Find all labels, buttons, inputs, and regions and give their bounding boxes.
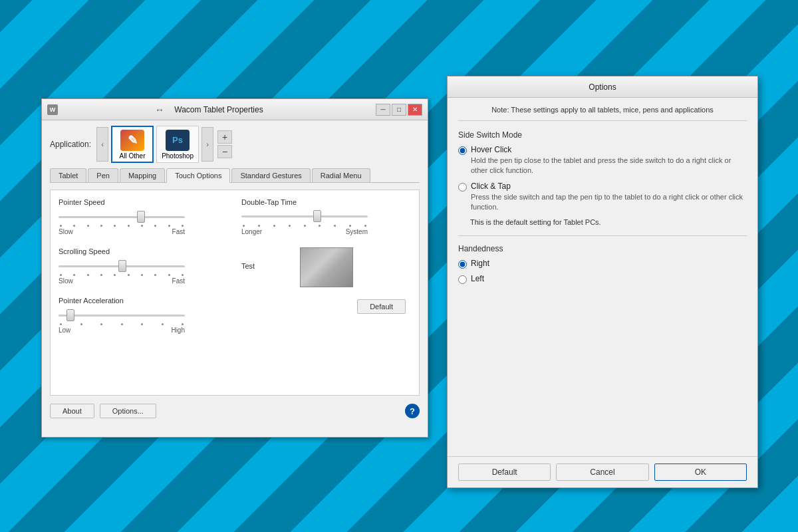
dot [258, 225, 260, 227]
dot [289, 225, 291, 227]
tab-radial-menu[interactable]: Radial Menu [312, 168, 370, 182]
double-tap-slider-container[interactable] [241, 210, 411, 223]
click-tap-row: Click & Tap Press the side switch and ta… [458, 182, 747, 213]
pointer-speed-track [59, 216, 185, 218]
pointer-acceleration-slider-container[interactable] [59, 309, 228, 322]
scrolling-speed-thumb[interactable] [118, 260, 126, 272]
side-switch-title: Side Switch Mode [458, 130, 747, 140]
pointer-speed-min: Slow [59, 228, 73, 235]
dot [273, 225, 275, 227]
left-hand-radio[interactable] [458, 275, 467, 284]
dot [60, 274, 62, 276]
options-ok-button[interactable]: OK [654, 464, 747, 481]
app-remove-button[interactable]: − [217, 145, 232, 158]
app-prev-button[interactable]: ‹ [96, 127, 108, 162]
app-photoshop-label: Photoshop [162, 152, 194, 160]
double-tap-track [241, 215, 368, 217]
double-tap-min: Longer [241, 228, 262, 235]
dot [334, 225, 336, 227]
dot [182, 225, 184, 227]
window-controls: ─ □ ✕ [376, 104, 422, 116]
pointer-acceleration-dots [59, 323, 185, 325]
dot [100, 225, 102, 227]
pointer-speed-slider-container[interactable] [59, 210, 228, 223]
dot [349, 225, 351, 227]
double-tap-minmax: Longer System [241, 228, 368, 235]
options-button[interactable]: Options... [100, 404, 156, 418]
dot [182, 274, 184, 276]
default-setting-note: This is the default setting for Tablet P… [470, 218, 747, 226]
options-default-button[interactable]: Default [458, 464, 551, 481]
click-tap-content: Click & Tap Press the side switch and ta… [471, 182, 747, 213]
dot [128, 225, 130, 227]
dot [168, 274, 170, 276]
section-divider [458, 235, 747, 236]
app-photoshop-item[interactable]: Ps Photoshop [156, 126, 199, 163]
test-area[interactable] [300, 247, 353, 287]
dot [80, 323, 82, 325]
options-dialog: Options Note: These settings apply to al… [447, 76, 758, 488]
hover-click-label: Hover Click [471, 145, 747, 154]
pointer-acceleration-max: High [171, 327, 185, 334]
click-tap-label: Click & Tap [471, 182, 747, 191]
all-other-icon: ✎ [120, 130, 144, 151]
app-next-button[interactable]: › [201, 127, 213, 162]
dot [87, 225, 89, 227]
tab-touch-options[interactable]: Touch Options [166, 168, 230, 183]
scrolling-speed-min: Slow [59, 277, 73, 285]
app-all-other-label: All Other [120, 152, 146, 160]
dot [114, 225, 116, 227]
minimize-button[interactable]: ─ [376, 104, 390, 116]
dot [114, 274, 116, 276]
options-note: Note: These settings apply to all tablet… [458, 106, 747, 121]
content-area: Pointer Speed [50, 190, 420, 396]
tab-tablet[interactable]: Tablet [50, 168, 86, 182]
side-switch-section: Side Switch Mode Hover Click Hold the pe… [458, 130, 747, 226]
test-row: Test [241, 245, 411, 287]
pointer-speed-dots [59, 225, 185, 227]
scrolling-speed-dots [59, 274, 185, 276]
right-hand-radio[interactable] [458, 260, 467, 269]
tab-mapping[interactable]: Mapping [120, 168, 165, 182]
dot [128, 274, 130, 276]
title-arrows-icon: ↔ [155, 104, 164, 115]
app-all-other-item[interactable]: ✎ All Other [111, 126, 154, 163]
options-footer: Default Cancel OK [448, 456, 757, 487]
app-add-button[interactable]: + [217, 130, 232, 144]
close-button[interactable]: ✕ [408, 104, 422, 116]
dot [162, 323, 164, 325]
bottom-row: About Options... ? [50, 404, 420, 418]
options-cancel-button[interactable]: Cancel [556, 464, 648, 481]
scrolling-speed-max: Fast [172, 277, 185, 285]
application-label: Application: [50, 140, 91, 149]
app-side-buttons: + − [217, 130, 232, 158]
dot [73, 274, 75, 276]
hover-click-radio[interactable] [458, 146, 467, 155]
maximize-button[interactable]: □ [392, 104, 406, 116]
tab-pen[interactable]: Pen [88, 168, 118, 182]
scrolling-speed-minmax: Slow Fast [59, 277, 185, 285]
handedness-section: Handedness Right Left [458, 244, 747, 284]
right-hand-row: Right [458, 259, 747, 269]
dot [304, 225, 306, 227]
pointer-speed-max: Fast [172, 228, 185, 235]
about-button[interactable]: About [50, 404, 94, 418]
tab-standard-gestures[interactable]: Standard Gestures [231, 168, 310, 182]
dot [141, 274, 143, 276]
hover-click-row: Hover Click Hold the pen tip close to th… [458, 145, 747, 176]
double-tap-thumb[interactable] [313, 210, 321, 222]
titlebar: W ↔ Wacom Tablet Properties ─ □ ✕ [42, 99, 428, 120]
pointer-acceleration-thumb[interactable] [66, 309, 74, 321]
pointer-acceleration-group: Pointer Acceleration [59, 297, 228, 334]
double-tap-dots [241, 225, 368, 227]
window-title: Wacom Tablet Properties [62, 105, 376, 114]
scrolling-speed-slider-container[interactable] [59, 259, 228, 273]
options-body: Note: These settings apply to all tablet… [448, 98, 757, 456]
default-content-button[interactable]: Default [357, 299, 406, 314]
wacom-window: W ↔ Wacom Tablet Properties ─ □ ✕ Applic… [41, 98, 428, 438]
pointer-speed-thumb[interactable] [137, 211, 145, 223]
click-tap-radio[interactable] [458, 183, 467, 192]
help-icon[interactable]: ? [405, 404, 420, 418]
dot [319, 225, 321, 227]
dot [154, 225, 156, 227]
